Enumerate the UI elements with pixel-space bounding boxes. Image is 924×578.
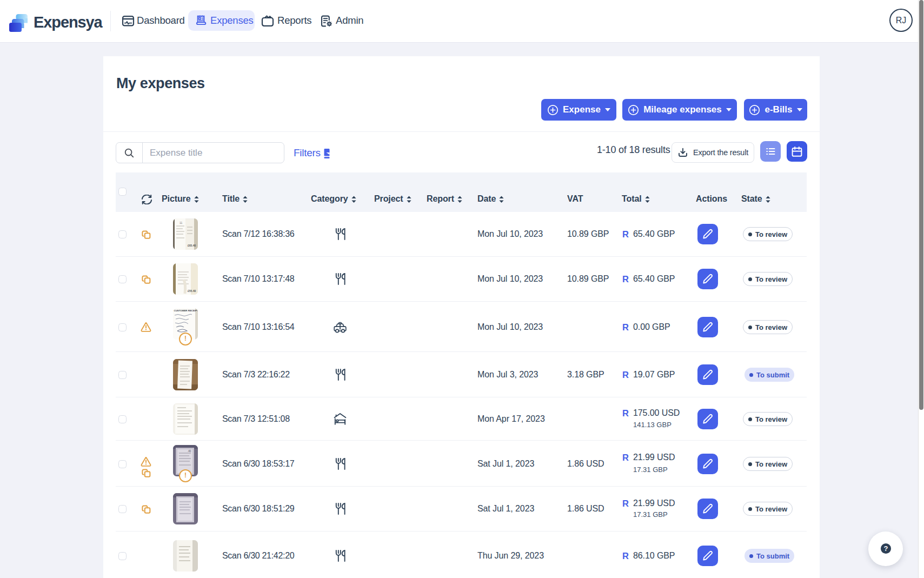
svg-text:.40: .40: [188, 450, 191, 453]
svg-text:11: 11: [180, 221, 182, 224]
svg-text:£65.40: £65.40: [188, 244, 196, 247]
svg-text:CUSTOMER RECEIPT: CUSTOMER RECEIPT: [174, 309, 198, 312]
svg-text:£55.40: £55.40: [188, 289, 196, 293]
